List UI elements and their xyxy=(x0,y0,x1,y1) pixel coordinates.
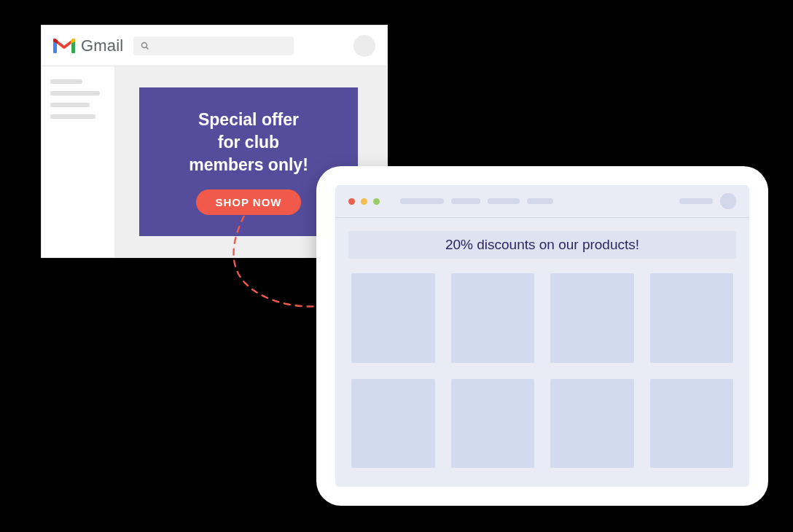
svg-point-2 xyxy=(142,42,147,47)
search-icon xyxy=(141,42,149,50)
topbar-right xyxy=(679,193,736,209)
nav-item[interactable] xyxy=(488,198,520,204)
sidebar-item[interactable] xyxy=(50,79,82,84)
product-card[interactable] xyxy=(650,379,734,469)
gmail-logo: Gmail xyxy=(53,36,123,55)
nav-item[interactable] xyxy=(400,198,444,204)
product-card[interactable] xyxy=(351,273,435,363)
product-card[interactable] xyxy=(351,379,435,469)
avatar[interactable] xyxy=(353,35,375,57)
discount-banner: 20% discounts on our products! xyxy=(348,231,736,259)
promo-line-2: for club xyxy=(189,131,308,154)
product-grid xyxy=(348,273,736,474)
nav-item[interactable] xyxy=(679,198,713,204)
search-input[interactable] xyxy=(133,36,294,55)
product-card[interactable] xyxy=(650,273,734,363)
product-card[interactable] xyxy=(451,379,535,469)
sidebar-item[interactable] xyxy=(50,114,95,119)
nav-item[interactable] xyxy=(451,198,480,204)
traffic-maximize-icon[interactable] xyxy=(373,198,380,205)
landing-main: 20% discounts on our products! xyxy=(335,231,749,487)
traffic-close-icon[interactable] xyxy=(348,198,355,205)
product-card[interactable] xyxy=(550,273,634,363)
sidebar-item[interactable] xyxy=(50,91,100,95)
divider xyxy=(335,217,749,218)
product-card[interactable] xyxy=(550,379,634,469)
gmail-header: Gmail xyxy=(42,26,387,66)
promo-headline: Special offer for club members only! xyxy=(189,109,308,176)
traffic-minimize-icon[interactable] xyxy=(361,198,367,205)
product-card[interactable] xyxy=(451,273,535,363)
landing-topbar xyxy=(335,185,749,217)
gmail-sidebar xyxy=(42,66,114,257)
sidebar-item[interactable] xyxy=(50,103,90,107)
landing-window: 20% discounts on our products! xyxy=(316,166,768,506)
svg-line-3 xyxy=(147,47,149,49)
shop-now-button[interactable]: SHOP NOW xyxy=(196,189,300,215)
gmail-brand-text: Gmail xyxy=(81,36,123,55)
promo-line-3: members only! xyxy=(189,154,308,176)
promo-line-1: Special offer xyxy=(189,109,308,131)
avatar[interactable] xyxy=(720,193,736,209)
nav-links xyxy=(400,198,553,204)
landing-inner: 20% discounts on our products! xyxy=(335,185,749,487)
nav-item[interactable] xyxy=(527,198,553,204)
gmail-icon xyxy=(53,38,75,54)
